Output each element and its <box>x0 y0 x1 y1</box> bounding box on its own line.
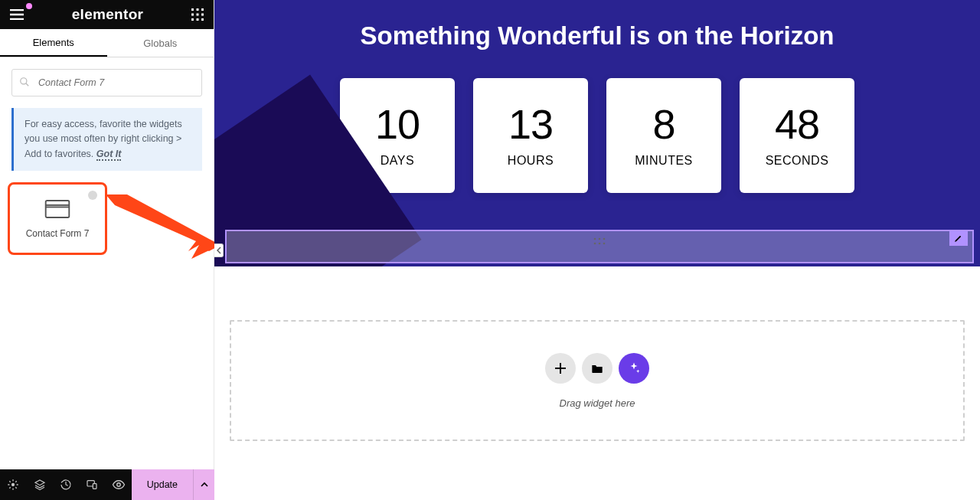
panel-footer: Update <box>0 469 214 500</box>
svg-rect-6 <box>191 18 194 21</box>
svg-rect-17 <box>93 484 97 489</box>
form-icon <box>44 199 70 219</box>
svg-point-18 <box>116 483 120 487</box>
svg-point-11 <box>88 191 97 200</box>
svg-rect-12 <box>46 201 70 217</box>
svg-point-22 <box>599 238 601 240</box>
svg-rect-4 <box>196 14 198 16</box>
add-template-button[interactable] <box>582 353 612 384</box>
eye-icon <box>112 478 126 492</box>
svg-point-9 <box>21 78 27 84</box>
countdown-minutes-value: 8 <box>652 103 675 145</box>
add-new-section[interactable]: Drag widget here <box>230 320 965 441</box>
update-options-button[interactable] <box>193 469 214 500</box>
countdown-hours: 13 HOURS <box>473 78 588 193</box>
widget-label: Contact Form 7 <box>26 228 90 239</box>
widget-results: Contact Form 7 <box>0 182 214 255</box>
countdown-minutes-label: MINUTES <box>635 154 693 168</box>
settings-button[interactable] <box>0 469 26 500</box>
svg-point-23 <box>603 238 606 240</box>
hero-section[interactable]: Something Wonderful is on the Horizon 10… <box>214 0 980 266</box>
svg-point-21 <box>594 238 596 240</box>
countdown-days-label: DAYS <box>381 154 414 168</box>
hero-title: Something Wonderful is on the Horizon <box>214 0 980 51</box>
update-button[interactable]: Update <box>132 469 193 500</box>
svg-point-15 <box>11 483 15 486</box>
panel-topbar: elementor <box>0 0 214 29</box>
add-section-button[interactable] <box>545 353 576 384</box>
svg-rect-7 <box>196 18 198 21</box>
svg-rect-5 <box>201 14 204 16</box>
drag-handle-icon[interactable] <box>593 237 606 247</box>
folder-icon <box>591 363 603 374</box>
favorites-tip: For easy access, favorite the widgets yo… <box>11 108 202 171</box>
search-icon <box>19 77 30 87</box>
countdown-hours-label: HOURS <box>508 154 554 168</box>
tab-globals[interactable]: Globals <box>107 29 214 57</box>
svg-rect-3 <box>191 14 194 16</box>
empty-column-dropzone[interactable] <box>225 230 974 263</box>
svg-point-25 <box>599 243 601 245</box>
countdown-hours-value: 13 <box>508 103 553 145</box>
preview-button[interactable] <box>105 469 131 500</box>
tab-elements[interactable]: Elements <box>0 29 107 57</box>
new-section-buttons <box>545 353 649 384</box>
search-wrap <box>0 57 214 108</box>
notification-dot-icon <box>26 3 32 9</box>
layers-icon <box>34 479 46 491</box>
pencil-icon <box>954 234 963 243</box>
menu-button[interactable] <box>8 5 26 24</box>
chevron-up-icon <box>201 481 208 489</box>
widget-contact-form-7[interactable]: Contact Form 7 <box>8 182 107 255</box>
responsive-icon <box>86 479 98 491</box>
svg-rect-1 <box>196 8 198 11</box>
countdown-seconds-label: SECONDS <box>766 154 829 168</box>
history-icon <box>60 479 72 491</box>
countdown-seconds: 48 SECONDS <box>740 78 854 193</box>
apps-button[interactable] <box>189 6 206 23</box>
tip-got-it-link[interactable]: Got It <box>96 149 122 161</box>
ai-button[interactable] <box>619 353 649 384</box>
search-input[interactable] <box>11 69 202 96</box>
svg-rect-8 <box>201 18 204 21</box>
history-button[interactable] <box>53 469 79 500</box>
edit-section-button[interactable] <box>949 230 968 246</box>
drag-widget-label: Drag widget here <box>560 397 635 409</box>
hamburger-icon <box>10 9 24 20</box>
preview-canvas[interactable]: Something Wonderful is on the Horizon 10… <box>214 0 980 500</box>
countdown-minutes: 8 MINUTES <box>606 78 721 193</box>
svg-line-10 <box>26 83 29 87</box>
svg-point-24 <box>594 243 596 245</box>
navigator-button[interactable] <box>26 469 52 500</box>
svg-rect-2 <box>201 8 204 11</box>
elementor-panel: elementor Elements Globals For easy acce… <box>0 0 214 500</box>
apps-grid-icon <box>191 8 204 21</box>
gear-icon <box>7 479 19 491</box>
plus-icon <box>554 362 567 374</box>
sparkle-icon <box>627 361 641 375</box>
countdown-seconds-value: 48 <box>775 103 819 145</box>
responsive-button[interactable] <box>79 469 105 500</box>
panel-tabs: Elements Globals <box>0 29 214 57</box>
collapse-panel-button[interactable] <box>214 243 224 257</box>
favorite-icon[interactable] <box>87 189 99 201</box>
countdown-days-value: 10 <box>375 103 420 145</box>
update-group: Update <box>132 469 214 500</box>
brand-logo: elementor <box>72 6 144 23</box>
chevron-left-icon <box>217 247 221 254</box>
svg-point-26 <box>603 243 606 245</box>
svg-rect-0 <box>191 8 194 11</box>
